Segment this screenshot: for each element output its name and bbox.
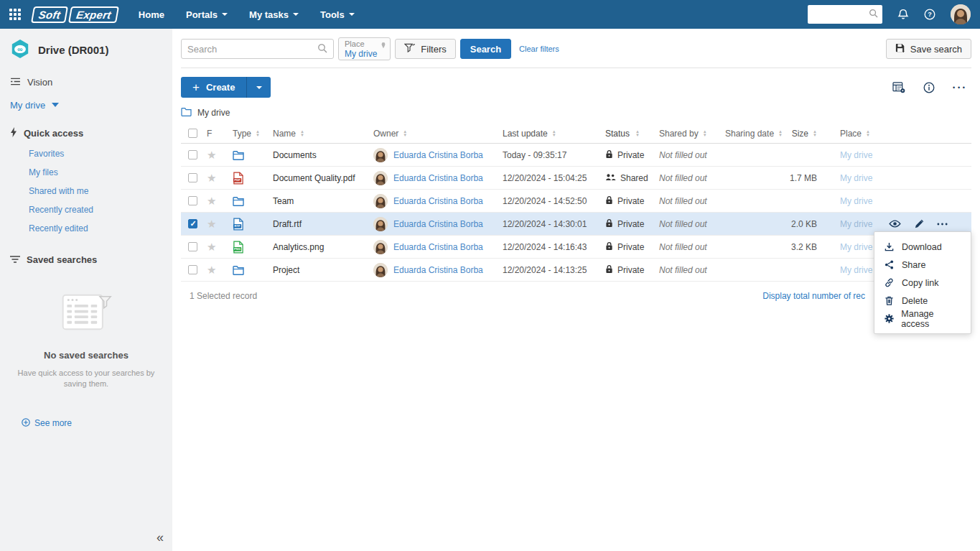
favorite-star-icon[interactable] <box>207 149 216 162</box>
header-name[interactable]: Name <box>273 129 373 139</box>
context-menu-item[interactable]: Delete <box>874 292 971 310</box>
plus-icon <box>192 80 200 95</box>
context-menu-item[interactable]: Download <box>874 238 971 256</box>
owner-link[interactable]: Eduarda Cristina Borba <box>393 173 483 183</box>
help-icon[interactable]: ? <box>924 9 935 20</box>
quick-access-link-shared-with-me[interactable]: Shared with me <box>29 182 172 200</box>
header-last-update[interactable]: Last update <box>503 129 605 139</box>
collapse-sidebar-icon[interactable] <box>157 530 164 545</box>
favorite-star-icon[interactable] <box>207 264 216 277</box>
row-checkbox[interactable] <box>188 219 197 228</box>
table-row[interactable]: PNG Analytics.png Eduarda Cristina Borba… <box>181 236 971 259</box>
row-checkbox[interactable] <box>188 265 197 274</box>
owner-link[interactable]: Eduarda Cristina Borba <box>393 219 483 229</box>
table-row[interactable]: Team Eduarda Cristina Borba 12/20/2024 -… <box>181 190 971 213</box>
search-button[interactable]: Search <box>460 39 511 59</box>
place-link[interactable]: My drive <box>840 265 872 275</box>
last-update: 12/20/2024 - 14:13:25 <box>503 265 605 275</box>
funnel-icon <box>404 43 416 55</box>
quick-access-link-favorites[interactable]: Favorites <box>29 144 172 163</box>
place-link[interactable]: My drive <box>840 173 872 183</box>
nav-menu-item[interactable]: My tasks <box>238 0 309 29</box>
context-menu-item[interactable]: Copy link <box>874 274 971 292</box>
svg-text:RTF: RTF <box>235 224 241 228</box>
apps-grid-icon[interactable] <box>9 9 21 20</box>
owner-link[interactable]: Eduarda Cristina Borba <box>393 196 483 206</box>
breadcrumb-folder-label[interactable]: My drive <box>197 108 230 118</box>
header-size[interactable]: Size <box>783 129 817 139</box>
owner-link[interactable]: Eduarda Cristina Borba <box>393 150 483 160</box>
folder-icon <box>233 150 244 160</box>
quick-access-link-recently-created[interactable]: Recently created <box>29 200 172 219</box>
info-icon[interactable] <box>923 82 935 93</box>
private-lock-icon <box>605 195 613 207</box>
row-checkbox[interactable] <box>188 173 197 182</box>
place-link[interactable]: My drive <box>840 150 872 160</box>
quick-access-link-recently-edited[interactable]: Recently edited <box>29 219 172 238</box>
create-dropdown-button[interactable] <box>246 77 271 98</box>
place-filter-chip[interactable]: Place My drive <box>338 37 391 60</box>
chevron-down-icon <box>52 103 59 107</box>
select-all-checkbox[interactable] <box>188 129 197 138</box>
pencil-icon[interactable] <box>914 219 924 229</box>
sidebar-item-my-drive[interactable]: My drive <box>0 96 172 114</box>
favorite-star-icon[interactable] <box>207 172 216 185</box>
table-row[interactable]: PDF Document Quality.pdf Eduarda Cristin… <box>181 167 971 190</box>
nav-menu-item[interactable]: Tools <box>309 0 365 29</box>
table-settings-icon[interactable] <box>892 82 905 93</box>
more-options-icon[interactable] <box>953 84 966 91</box>
navbar-search-input[interactable] <box>812 9 869 19</box>
search-input[interactable] <box>187 44 317 55</box>
context-menu-item[interactable]: Manage access <box>874 310 971 328</box>
sidebar-item-vision[interactable]: Vision <box>0 73 172 91</box>
save-search-button[interactable]: Save search <box>886 39 971 59</box>
header-shared-by[interactable]: Shared by <box>659 129 725 139</box>
row-checkbox[interactable] <box>188 242 197 251</box>
softexpert-logo[interactable]: Soft Expert <box>31 6 119 23</box>
png-file-icon: PNG <box>233 241 243 254</box>
create-button[interactable]: Create <box>181 77 246 98</box>
favorite-star-icon[interactable] <box>207 241 216 254</box>
place-link[interactable]: My drive <box>840 219 872 229</box>
header-status[interactable]: Status <box>605 129 659 139</box>
row-checkbox[interactable] <box>188 196 197 205</box>
vision-list-icon <box>10 77 21 88</box>
quick-access-link-my-files[interactable]: My files <box>29 163 172 182</box>
favorite-star-icon[interactable] <box>207 218 216 231</box>
table-row[interactable]: Documents Eduarda Cristina Borba Today -… <box>181 144 971 167</box>
header-owner[interactable]: Owner <box>373 129 503 139</box>
header-place[interactable]: Place <box>817 129 877 139</box>
manage-access-icon <box>884 314 894 323</box>
table-row[interactable]: Project Eduarda Cristina Borba 12/20/202… <box>181 259 971 282</box>
clear-filters-link[interactable]: Clear filters <box>519 45 559 53</box>
place-link[interactable]: My drive <box>840 242 872 252</box>
nav-menu-item[interactable]: Portals <box>175 0 238 29</box>
sort-icon <box>552 130 556 136</box>
header-type[interactable]: Type <box>231 129 273 139</box>
context-menu-item[interactable]: Share <box>874 256 971 274</box>
notifications-bell-icon[interactable] <box>897 9 909 20</box>
file-name: Team <box>273 196 373 206</box>
see-more-link[interactable]: See more <box>22 418 172 429</box>
menu-item-label: Share <box>902 260 925 270</box>
create-label: Create <box>206 82 235 93</box>
owner-link[interactable]: Eduarda Cristina Borba <box>393 242 483 252</box>
my-drive-link[interactable]: My drive <box>10 100 45 111</box>
eye-icon[interactable] <box>889 220 901 228</box>
table-footer: 1 Selected record Display total number o… <box>190 282 963 310</box>
owner-avatar <box>373 263 388 277</box>
owner-link[interactable]: Eduarda Cristina Borba <box>393 265 483 275</box>
shared-people-icon <box>605 173 616 183</box>
nav-menu-item[interactable]: Home <box>128 0 175 29</box>
see-more-label: See more <box>34 418 72 428</box>
user-avatar[interactable] <box>951 4 971 24</box>
display-total-link[interactable]: Display total number of rec <box>762 291 865 301</box>
header-sharing-date[interactable]: Sharing date <box>725 129 783 139</box>
filters-button[interactable]: Filters <box>395 39 455 59</box>
table-row[interactable]: RTF Draft.rtf Eduarda Cristina Borba 12/… <box>181 213 971 236</box>
row-checkbox[interactable] <box>188 150 197 159</box>
place-link[interactable]: My drive <box>840 196 872 206</box>
ellipsis-icon[interactable] <box>937 223 948 226</box>
filters-label: Filters <box>421 44 446 55</box>
favorite-star-icon[interactable] <box>207 195 216 208</box>
